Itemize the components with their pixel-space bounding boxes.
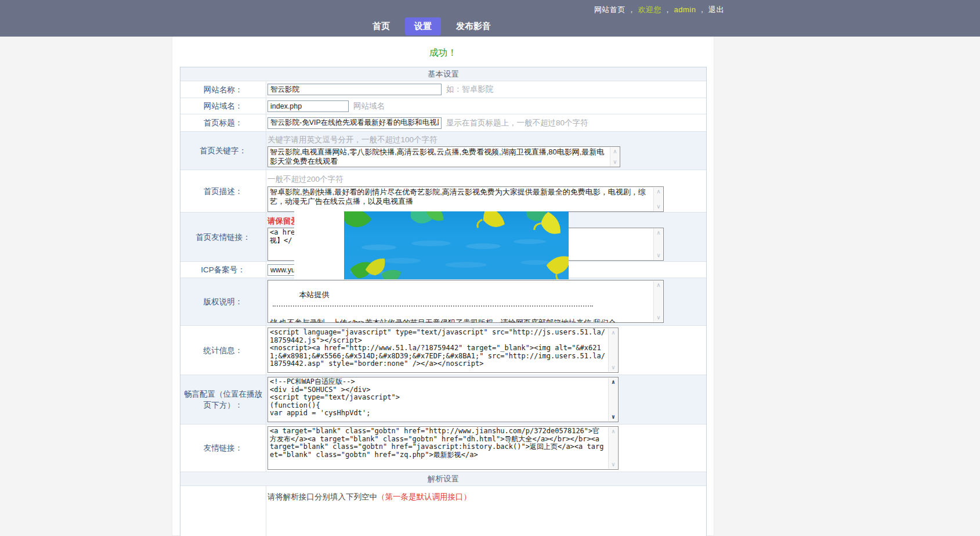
field-hint: 网站域名 bbox=[353, 101, 385, 111]
scrollbar[interactable]: ∧ ∨ bbox=[608, 427, 617, 469]
textarea-text: <a target="blank" class="gobtn" href="ht… bbox=[268, 427, 618, 459]
main-nav: 首页 设置 发布影音 bbox=[366, 17, 498, 35]
separator: ， bbox=[698, 5, 706, 14]
parse-instructions-text: 请将解析接口分别填入下列空中 bbox=[267, 492, 377, 501]
field-label: 首页关键字： bbox=[180, 132, 266, 170]
stats-textarea[interactable]: <script language="javascript" type="text… bbox=[267, 328, 619, 373]
field-hint: 关键字请用英文逗号分开，一般不超过100个字符 bbox=[267, 135, 706, 145]
scrollbar-down-icon[interactable]: ∨ bbox=[610, 158, 620, 166]
section-header-basic: 基本设置 bbox=[180, 67, 706, 81]
row-parse-hint: 请将解析接口分别填入下列空中（第一条是默认调用接口） bbox=[180, 486, 706, 536]
field-hint: 显示在首页标题上，一般不超过80个字符 bbox=[446, 118, 588, 128]
section-title: 基本设置 bbox=[180, 67, 706, 81]
scrollbar-down-icon[interactable]: ∨ bbox=[609, 413, 618, 421]
field-label: 首页友情链接： bbox=[180, 213, 266, 261]
field-label: 网站名称： bbox=[180, 81, 266, 98]
row-site-domain: 网站域名： 网站域名 bbox=[180, 98, 706, 114]
scrollbar[interactable]: ∧ ∨ bbox=[653, 229, 663, 260]
username-link[interactable]: admin bbox=[674, 5, 696, 14]
scrollbar-down-icon[interactable]: ∨ bbox=[654, 203, 663, 211]
section-title: 解析设置 bbox=[180, 472, 706, 485]
field-label: 畅言配置（位置在播放页下方）： bbox=[180, 375, 266, 424]
site-domain-input[interactable] bbox=[267, 100, 349, 112]
scrollbar[interactable]: ∧ ∨ bbox=[653, 281, 663, 322]
scrollbar-down-icon[interactable]: ∨ bbox=[654, 251, 663, 260]
section-header-parse: 解析设置 bbox=[180, 472, 706, 486]
scrollbar[interactable]: ∧ ∨ bbox=[608, 378, 617, 421]
separator: ， bbox=[628, 5, 636, 14]
settings-table: 基本设置 网站名称： 如：智卓影院 网站域名： 网站域名 bbox=[180, 67, 707, 536]
textarea-text: 智卓影院,热剧快播,最好看的剧情片尽在优奇艺影院,高清云影视免费为大家提供最新最… bbox=[268, 187, 663, 207]
scrollbar-up-icon[interactable]: ∧ bbox=[654, 281, 663, 289]
row-site-name: 网站名称： 如：智卓影院 bbox=[180, 81, 706, 98]
row-changyan: 畅言配置（位置在播放页下方）： <!--PC和WAP自适应版--> <div i… bbox=[180, 375, 706, 425]
home-keywords-textarea[interactable]: 智云影院,电视直播网站,零八影院快播,高清云影视,云点播,免费看视频,湖南卫视直… bbox=[267, 146, 620, 167]
success-message: 成功！ bbox=[172, 37, 714, 67]
home-title-input[interactable] bbox=[267, 117, 442, 129]
textarea-text: <script language="javascript" type="text… bbox=[268, 328, 618, 369]
nav-item-publish[interactable]: 发布影音 bbox=[449, 17, 498, 35]
clipped-text-decoration bbox=[273, 304, 593, 307]
changyan-textarea[interactable]: <!--PC和WAP自适应版--> <div id="SOHUCS" ></di… bbox=[267, 377, 619, 422]
water-leaves-image bbox=[344, 211, 569, 279]
row-copyright: 版权说明： 本站提供 储,也不参与录制、上传</br>若本站收录的节目无意侵犯了… bbox=[180, 278, 706, 326]
scrollbar-down-icon[interactable]: ∨ bbox=[609, 461, 618, 469]
welcome-bar: 网站首页，欢迎您，admin，退出 bbox=[593, 5, 725, 15]
row-stats: 统计信息： <script language="javascript" type… bbox=[180, 326, 706, 375]
scrollbar-up-icon[interactable]: ∧ bbox=[609, 378, 618, 386]
field-hint: 如：智卓影院 bbox=[446, 84, 493, 95]
field-label: 首页标题： bbox=[180, 114, 266, 131]
textarea-text: 储,也不参与录制、上传</br>若本站收录的节目无意侵犯了贵司版权，请给网页底部… bbox=[270, 318, 652, 323]
site-home-link[interactable]: 网站首页 bbox=[594, 5, 625, 14]
field-label: 版权说明： bbox=[180, 278, 266, 325]
row-home-desc: 首页描述： 一般不超过200个字符 智卓影院,热剧快播,最好看的剧情片尽在优奇艺… bbox=[180, 170, 706, 213]
scrollbar-down-icon[interactable]: ∨ bbox=[609, 364, 618, 372]
home-desc-textarea[interactable]: 智卓影院,热剧快播,最好看的剧情片尽在优奇艺影院,高清云影视免费为大家提供最新最… bbox=[267, 186, 664, 212]
friend-links-textarea[interactable]: <a target="blank" class="gobtn" href="ht… bbox=[267, 426, 619, 470]
leaves-graphic bbox=[344, 211, 569, 279]
welcome-text: 欢迎您 bbox=[638, 5, 662, 14]
topbar: 网站首页，欢迎您，admin，退出 首页 设置 发布影音 bbox=[0, 0, 980, 37]
row-home-keywords: 首页关键字： 关键字请用英文逗号分开，一般不超过100个字符 智云影院,电视直播… bbox=[180, 132, 706, 170]
scrollbar[interactable]: ∧ ∨ bbox=[610, 148, 619, 166]
nav-item-home[interactable]: 首页 bbox=[366, 17, 397, 35]
scrollbar-up-icon[interactable]: ∧ bbox=[654, 229, 663, 237]
site-name-input[interactable] bbox=[267, 84, 442, 95]
field-label: 友情链接： bbox=[180, 425, 266, 472]
row-home-title: 首页标题： 显示在首页标题上，一般不超过80个字符 bbox=[180, 114, 706, 132]
scrollbar[interactable]: ∧ ∨ bbox=[608, 329, 617, 372]
textarea-text: <!--PC和WAP自适应版--> <div id="SOHUCS" ></di… bbox=[268, 377, 618, 418]
parse-instructions: 请将解析接口分别填入下列空中（第一条是默认调用接口） bbox=[267, 486, 706, 502]
field-label: 网站域名： bbox=[180, 98, 266, 114]
field-label: 首页描述： bbox=[180, 170, 266, 212]
scrollbar-down-icon[interactable]: ∨ bbox=[654, 314, 663, 322]
content-panel: 成功！ 基本设置 网站名称： 如：智卓影院 网站域名： bbox=[172, 37, 714, 536]
scrollbar-up-icon[interactable]: ∧ bbox=[654, 188, 663, 196]
nav-item-settings[interactable]: 设置 bbox=[405, 17, 441, 35]
scrollbar-up-icon[interactable]: ∧ bbox=[609, 427, 618, 436]
scrollbar-up-icon[interactable]: ∧ bbox=[610, 148, 620, 156]
textarea-text: 本站提供 bbox=[299, 290, 330, 299]
copyright-textarea[interactable]: 本站提供 储,也不参与录制、上传</br>若本站收录的节目无意侵犯了贵司版权，请… bbox=[267, 280, 664, 323]
scrollbar-up-icon[interactable]: ∧ bbox=[609, 329, 618, 337]
field-label: ICP备案号： bbox=[180, 262, 266, 278]
field-label bbox=[180, 486, 266, 536]
floating-image-overlay bbox=[294, 211, 569, 279]
parse-instructions-red: （第一条是默认调用接口） bbox=[377, 492, 471, 501]
textarea-text: 智云影院,电视直播网站,零八影院快播,高清云影视,云点播,免费看视频,湖南卫视直… bbox=[268, 147, 620, 167]
row-friend-links: 友情链接： <a target="blank" class="gobtn" hr… bbox=[180, 425, 706, 472]
separator: ， bbox=[664, 5, 672, 14]
field-hint: 一般不超过200个字符 bbox=[267, 174, 706, 185]
admin-settings-page: 网站首页，欢迎您，admin，退出 首页 设置 发布影音 成功！ 基本设置 网站… bbox=[0, 0, 980, 536]
scrollbar[interactable]: ∧ ∨ bbox=[653, 188, 663, 211]
field-label: 统计信息： bbox=[180, 326, 266, 375]
logout-link[interactable]: 退出 bbox=[708, 5, 724, 14]
